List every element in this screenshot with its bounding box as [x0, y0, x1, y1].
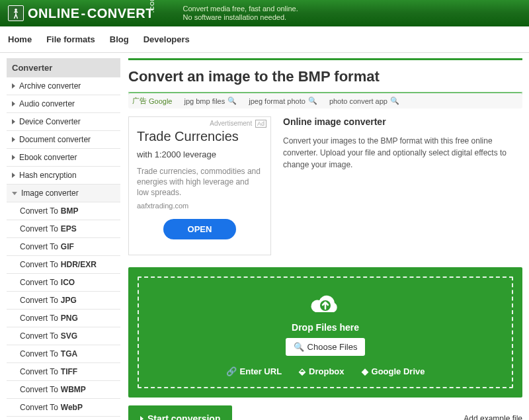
upload-panel: Drop Files here 🔍Choose Files 🔗Enter URL… [128, 267, 522, 398]
search-icon: 🔍 [390, 97, 399, 105]
dropbox-link[interactable]: ⬙Dropbox [299, 366, 344, 376]
sidebar-format-wbmp[interactable]: Convert To WBMP [7, 381, 120, 398]
sidebar-cat-0[interactable]: Archive converter [7, 77, 120, 95]
svg-point-0 [15, 9, 17, 11]
brand-logo[interactable]: ONLINE - CONVERT .COM [8, 5, 173, 21]
sponsored-links-bar: 广告 Google jpg bmp files🔍 jpeg format pho… [128, 93, 522, 108]
drop-zone[interactable]: Drop Files here 🔍Choose Files 🔗Enter URL… [138, 276, 513, 388]
logo-icon [8, 5, 24, 21]
top-nav: Home File formats Blog Developers [0, 26, 529, 53]
google-drive-icon: ◆ [362, 366, 368, 376]
sidebar-heading: Converter [7, 58, 120, 77]
sidebar-format-eps[interactable]: Convert To EPS [7, 220, 120, 237]
description: Online image converter Convert your imag… [283, 116, 522, 255]
chevron-right-icon [12, 119, 15, 124]
sidebar-format-png[interactable]: Convert To PNG [7, 310, 120, 327]
choose-files-button[interactable]: 🔍Choose Files [286, 338, 366, 356]
sidebar-cat-image-converter[interactable]: Image converter [7, 185, 120, 202]
ad-term-1[interactable]: jpg bmp files🔍 [184, 97, 237, 105]
chevron-right-icon [12, 101, 15, 106]
sidebar-format-tga[interactable]: Convert To TGA [7, 345, 120, 362]
sidebar-cat-4[interactable]: Ebook converter [7, 149, 120, 166]
sidebar-format-jpg[interactable]: Convert To JPG [7, 292, 120, 309]
google-drive-link[interactable]: ◆Google Drive [362, 366, 425, 376]
main-content: Convert an image to the BMP format 广告 Go… [128, 58, 522, 420]
page-title: Convert an image to the BMP format [128, 64, 522, 92]
ad-subhead: with 1:2000 leverage [137, 149, 263, 159]
chevron-down-icon [12, 192, 17, 195]
sidebar-cat-tail-0[interactable]: Software Converter [7, 417, 120, 420]
add-example-file-link[interactable]: Add example file [464, 414, 522, 420]
description-body: Convert your images to the BMP format wi… [283, 135, 522, 171]
ad-domain: aafxtrading.com [137, 202, 263, 210]
nav-blog[interactable]: Blog [110, 26, 129, 52]
sidebar-cat-2[interactable]: Device Converter [7, 113, 120, 130]
chevron-right-icon [140, 416, 143, 420]
enter-url-link[interactable]: 🔗Enter URL [226, 366, 282, 376]
sidebar-cat-3[interactable]: Document converter [7, 131, 120, 148]
chevron-right-icon [12, 137, 15, 142]
sidebar-format-gif[interactable]: Convert To GIF [7, 238, 120, 255]
accent-bar [128, 58, 522, 60]
cloud-upload-icon [145, 292, 505, 318]
description-heading: Online image converter [283, 116, 522, 127]
sidebar-format-bmp[interactable]: Convert To BMP [7, 202, 120, 220]
chevron-right-icon [12, 173, 15, 178]
link-icon: 🔗 [226, 366, 237, 376]
ad-card[interactable]: Advertisement Ad Trade Currencies with 1… [128, 116, 271, 255]
nav-home[interactable]: Home [8, 26, 32, 52]
chevron-right-icon [12, 83, 15, 89]
search-icon: 🔍 [294, 342, 304, 352]
logo-text: ONLINE - CONVERT .COM [28, 6, 173, 21]
ad-term-2[interactable]: jpeg format photo🔍 [249, 97, 317, 105]
site-header: ONLINE - CONVERT .COM Convert media free… [0, 0, 529, 26]
sidebar-cat-5[interactable]: Hash encryption [7, 167, 120, 184]
nav-developers[interactable]: Developers [143, 26, 190, 52]
sidebar-format-webp[interactable]: Convert To WebP [7, 399, 120, 416]
sidebar-cat-1[interactable]: Audio converter [7, 95, 120, 112]
ad-term-3[interactable]: photo convert app🔍 [329, 97, 399, 105]
sidebar-format-tiff[interactable]: Convert To TIFF [7, 363, 120, 380]
chevron-right-icon [12, 155, 15, 160]
ads-by-google[interactable]: 广告 Google [132, 96, 172, 106]
ad-label: Advertisement Ad [210, 120, 266, 127]
dropbox-icon: ⬙ [299, 366, 305, 376]
ad-open-button[interactable]: OPEN [163, 219, 236, 239]
ad-body: Trade currencies, commodities and energi… [137, 166, 263, 198]
tagline: Convert media free, fast and online. No … [183, 5, 298, 22]
sidebar: Converter Archive converterAudio convert… [7, 58, 120, 420]
start-conversion-button[interactable]: Start conversion [128, 405, 232, 420]
search-icon: 🔍 [227, 97, 237, 105]
nav-file-formats[interactable]: File formats [46, 26, 95, 52]
ad-headline: Trade Currencies [137, 129, 263, 144]
search-icon: 🔍 [308, 97, 317, 105]
sidebar-format-hdr-exr[interactable]: Convert To HDR/EXR [7, 256, 120, 273]
sidebar-format-ico[interactable]: Convert To ICO [7, 274, 120, 291]
sidebar-format-svg[interactable]: Convert To SVG [7, 327, 120, 345]
drop-text: Drop Files here [145, 322, 505, 333]
